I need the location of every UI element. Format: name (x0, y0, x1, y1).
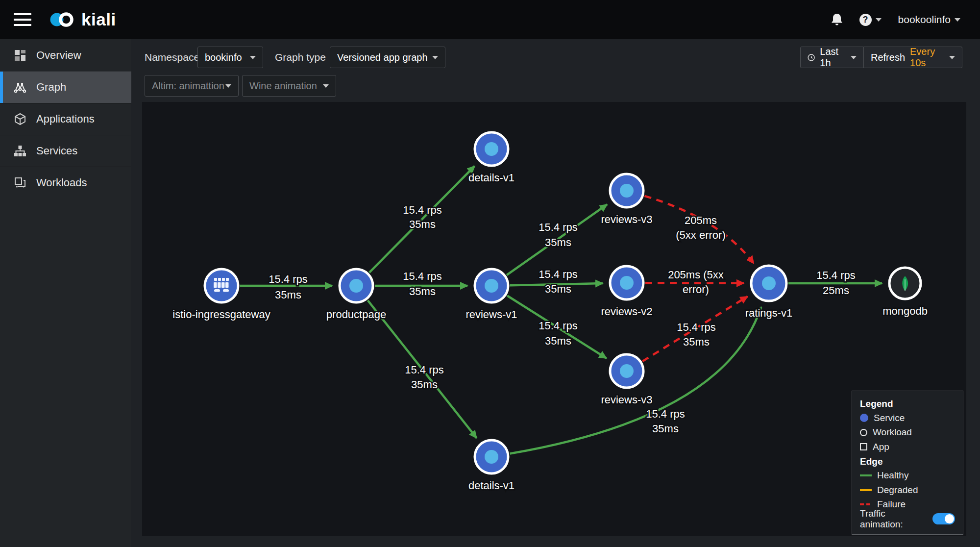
graph-legend: Legend Service Workload App Edge Healthy… (852, 391, 963, 535)
workloads-stack-icon (14, 176, 26, 189)
legend-item-workload: Workload (860, 425, 955, 440)
edge-label: 35ms (683, 336, 710, 348)
graph-node-reviews-v2[interactable] (610, 266, 643, 299)
account-menu[interactable]: bookoolinfo (898, 14, 960, 25)
chevron-down-icon (949, 56, 955, 59)
sidebar-item-label: Services (36, 145, 77, 157)
edge-label: 35ms (409, 218, 436, 230)
display-filter-select[interactable]: Altim: animattion (145, 75, 239, 97)
masthead: kiali ? bookoolinfo (0, 0, 980, 39)
legend-item-service: Service (860, 411, 955, 425)
edge-label: 15.4 rps (403, 204, 442, 216)
sidebar-item-overview[interactable]: Overview (0, 39, 131, 71)
traffic-animation-toggle[interactable] (932, 513, 955, 524)
help-menu[interactable]: ? (859, 14, 882, 26)
graph-node-details-v1-bottom[interactable] (475, 440, 508, 473)
chevron-down-icon (955, 18, 960, 22)
graph-node-istio-ingressgateway[interactable] (205, 269, 238, 302)
graph-topology-icon (14, 81, 26, 94)
edge-label: 15.4 rps (816, 269, 856, 281)
edge-label: 15.4 rps (403, 270, 442, 282)
edge-label: 205ms (5xx (668, 269, 724, 281)
edge-label: 35ms (652, 423, 679, 435)
refresh-interval-value: Every 10s (910, 46, 944, 69)
chevron-down-icon (432, 56, 438, 59)
clock-icon (808, 53, 815, 62)
edge-label: 15.4 rps (539, 268, 578, 280)
graph-node-productpage[interactable] (340, 269, 373, 302)
question-icon: ? (859, 14, 872, 26)
edge-label: (5xx error) (676, 229, 725, 241)
node-label: reviews-v2 (601, 305, 652, 318)
graph-node-reviews-v1[interactable] (475, 269, 508, 302)
services-sitemap-icon (14, 145, 26, 157)
workload-node-icon (860, 429, 867, 436)
hamburger-menu-button[interactable] (14, 13, 31, 26)
service-node-icon (860, 414, 868, 422)
chevron-down-icon (876, 18, 882, 22)
legend-item-healthy: Healthy (860, 469, 955, 483)
edge-label: error) (683, 283, 709, 296)
node-label: reviews-v1 (466, 308, 517, 321)
edge-label: 15.4 rps (646, 408, 685, 420)
graph-node-reviews-v3-top[interactable] (610, 174, 643, 207)
graph-node-details-v1-top[interactable] (475, 132, 508, 166)
graph-node-ratings-v1[interactable] (751, 266, 786, 301)
sidebar-item-label: Overview (36, 49, 81, 62)
edge-label: 205ms (685, 214, 717, 226)
graph-type-label: Graph type (275, 47, 326, 68)
edge-label: 35ms (409, 285, 436, 298)
edge-label: 15.4 rps (405, 364, 444, 376)
overview-grid-icon (14, 49, 26, 62)
app-node-icon (860, 443, 867, 450)
refresh-interval-select[interactable]: Refresh Every 10s (864, 47, 962, 68)
graph-type-select[interactable]: Versioned app graph (330, 47, 445, 68)
applications-cube-icon (14, 113, 26, 125)
animation-filter-select[interactable]: Wine animation (242, 75, 336, 97)
sidebar-item-workloads[interactable]: Workloads (0, 167, 131, 199)
time-range-select[interactable]: Last 1h (800, 47, 864, 68)
notifications-button[interactable] (831, 13, 843, 26)
node-label: ratings-v1 (745, 307, 793, 319)
edge-label: 15.4 rps (677, 321, 716, 333)
brand[interactable]: kiali (49, 10, 116, 29)
degraded-edge-icon (860, 489, 872, 491)
kiali-logo-icon (49, 11, 77, 28)
failure-edge-icon (860, 503, 872, 505)
chevron-down-icon (323, 84, 329, 88)
edge-label: 35ms (275, 289, 301, 301)
sidebar: Overview Graph Applications Services (0, 39, 131, 547)
node-label: reviews-v3 (601, 394, 652, 406)
sidebar-item-label: Applications (36, 113, 95, 125)
graph-canvas[interactable]: 15.4 rps35ms15.4 rps35ms15.4 rps35ms15.4… (142, 102, 966, 536)
edge-label: 35ms (545, 236, 571, 249)
sidebar-item-applications[interactable]: Applications (0, 103, 131, 135)
brand-name: kiali (81, 10, 116, 29)
graph-node-mongodb[interactable] (889, 268, 921, 299)
sidebar-item-services[interactable]: Services (0, 135, 131, 167)
node-label: details-v1 (468, 479, 514, 492)
edge-label: 15.4 rps (539, 320, 578, 332)
namespace-select[interactable]: bookinfo (197, 47, 263, 68)
node-label: productpage (326, 308, 386, 321)
sidebar-item-label: Graph (36, 81, 66, 94)
node-label: details-v1 (468, 172, 514, 184)
chevron-down-icon (851, 56, 857, 59)
legend-item-degraded: Degraded (860, 483, 955, 497)
legend-item-app: App (860, 440, 955, 454)
graph-node-reviews-v3-bottom[interactable] (610, 354, 643, 388)
graph-filter-toolbar: Altim: animattion Wine animation (131, 69, 980, 98)
legend-title: Legend (860, 397, 955, 411)
edge-label: 25ms (823, 284, 849, 297)
bell-icon (831, 13, 843, 26)
edge-label: 35ms (545, 335, 571, 347)
edge-label: 35ms (545, 283, 571, 295)
node-label: istio-ingressgateway (172, 308, 270, 321)
graph-toolbar: Namespace bookinfo Graph type Versioned … (131, 39, 980, 69)
account-name: bookoolinfo (898, 14, 951, 25)
chevron-down-icon (225, 84, 231, 88)
chevron-down-icon (250, 56, 256, 59)
service-mesh-graph[interactable]: 15.4 rps35ms15.4 rps35ms15.4 rps35ms15.4… (142, 102, 966, 536)
sidebar-item-graph[interactable]: Graph (0, 71, 131, 103)
node-label: mongodb (882, 305, 928, 317)
